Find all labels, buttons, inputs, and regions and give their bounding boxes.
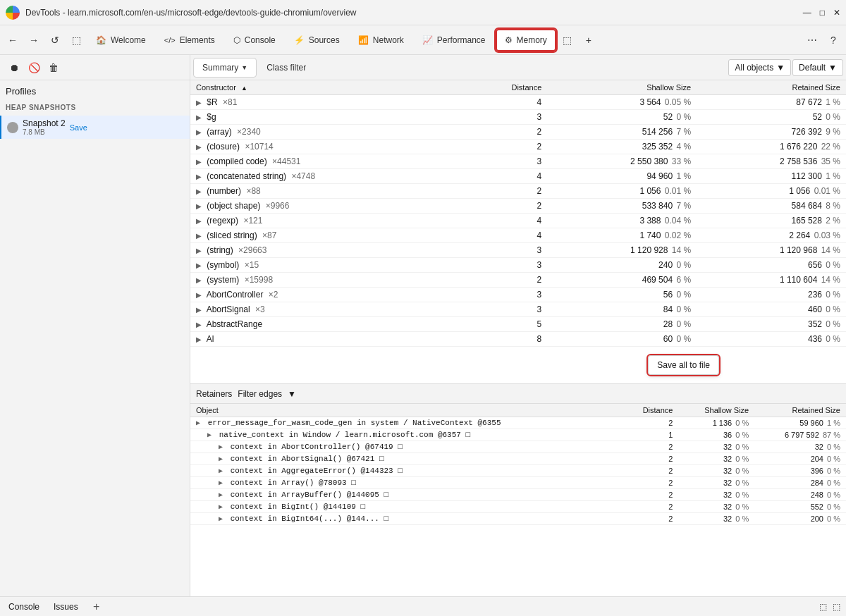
tab-network[interactable]: 📶 Network [350, 29, 412, 51]
table-row[interactable]: ▶ (string) ×29663 3 1 120 928 14 % 1 120… [190, 243, 846, 258]
save-all-tooltip[interactable]: Save all to file [648, 355, 719, 375]
help-btn[interactable]: ? [823, 30, 843, 50]
table-row[interactable]: ▶ (array) ×2340 2 514 256 7 % 726 392 9 … [190, 125, 846, 140]
cell-distance: 8 [461, 332, 547, 347]
tab-console[interactable]: ⬡ Console [225, 29, 284, 51]
tab-welcome[interactable]: 🏠 Welcome [87, 29, 154, 51]
back-btn[interactable]: ← [3, 30, 23, 50]
tab-class-filter[interactable]: Class filter [258, 58, 314, 78]
panel-layout-btn[interactable]: ⬚ [558, 30, 577, 50]
expand-arrow[interactable]: ▶ [196, 217, 202, 225]
default-dropdown[interactable]: Default ▼ [792, 59, 843, 76]
table-row[interactable]: ▶ AbstractRange 5 28 0 % 352 0 % [190, 317, 846, 332]
expand-arrow[interactable]: ▶ [196, 113, 202, 121]
col-retained-size[interactable]: Retained Size [697, 80, 846, 95]
expand-arrow[interactable]: ▶ [196, 321, 202, 328]
refresh-btn[interactable]: ↺ [45, 30, 65, 50]
status-tab-issues[interactable]: Issues [51, 602, 81, 612]
bottom-table-row[interactable]: ▶ context in AbortController() @67419 □ … [190, 441, 846, 453]
table-row[interactable]: ▶ (regexp) ×121 4 3 388 0.04 % 165 528 2… [190, 214, 846, 228]
snapshot-item[interactable]: Snapshot 2 7.8 MB Save [0, 116, 190, 139]
add-panel-btn[interactable]: + [579, 30, 599, 50]
bottom-table-row[interactable]: ▶ context in AbortSignal() @67421 □ 2 32… [190, 453, 846, 465]
dock-right-btn[interactable]: ⬚ [833, 602, 840, 612]
window-controls: — □ ✕ [803, 8, 840, 18]
cell-shallow: 3 564 0.05 % [547, 95, 697, 110]
cell-shallow: 514 256 7 % [547, 125, 697, 140]
tab-sources[interactable]: ⚡ Sources [286, 29, 348, 51]
bottom-cell-retained: 552 0 % [754, 501, 846, 513]
bottom-cell-shallow: 32 0 % [678, 513, 754, 525]
cell-shallow: 3 388 0.04 % [547, 214, 697, 228]
record-btn[interactable]: ⏺ [6, 59, 23, 76]
bottom-col-object[interactable]: Object [190, 404, 622, 417]
bottom-table-row[interactable]: ▶ context in BigInt() @144109 □ 2 32 0 %… [190, 501, 846, 513]
inspect-btn[interactable]: ⬚ [66, 30, 86, 50]
expand-arrow[interactable]: ▶ [196, 99, 202, 106]
bottom-col-distance[interactable]: Distance [622, 404, 678, 417]
tab-elements[interactable]: </> Elements [156, 29, 223, 51]
bottom-table-row[interactable]: ▶ context in AggregateError() @144323 □ … [190, 465, 846, 477]
expand-arrow[interactable]: ▶ [196, 335, 202, 343]
table-row[interactable]: ▶ (object shape) ×9966 2 533 840 7 % 584… [190, 199, 846, 214]
cell-constructor: ▶ (number) ×88 [190, 184, 461, 199]
bottom-table-row[interactable]: ▶ context in Array() @78093 □ 2 32 0 % 2… [190, 477, 846, 489]
table-row[interactable]: ▶ (number) ×88 2 1 056 0.01 % 1 056 0.01… [190, 184, 846, 199]
table-row[interactable]: ▶ $g 3 52 0 % 52 0 % [190, 110, 846, 125]
main-table-container[interactable]: Constructor ▲ Distance Shallow Size Reta… [190, 80, 846, 383]
table-row[interactable]: ▶ (system) ×15998 2 469 504 6 % 1 110 60… [190, 273, 846, 288]
bottom-cell-retained: 204 0 % [754, 453, 846, 465]
bottom-table-row[interactable]: ▶ context in ArrayBuffer() @144095 □ 2 3… [190, 489, 846, 501]
expand-arrow[interactable]: ▶ [196, 173, 202, 180]
minimize-btn[interactable]: — [803, 8, 811, 18]
table-row[interactable]: ▶ Al 8 60 0 % 436 0 % [190, 332, 846, 347]
expand-arrow[interactable]: ▶ [196, 202, 202, 210]
expand-arrow[interactable]: ▶ [196, 306, 202, 314]
tab-memory[interactable]: ⚙ Memory [496, 29, 556, 51]
table-row[interactable]: ▶ (sliced string) ×87 4 1 740 0.02 % 2 2… [190, 228, 846, 243]
bottom-col-shallow[interactable]: Shallow Size [678, 404, 754, 417]
expand-arrow[interactable]: ▶ [196, 128, 202, 136]
status-tab-console[interactable]: Console [6, 602, 42, 612]
stop-btn[interactable]: 🚫 [25, 59, 42, 76]
expand-arrow[interactable]: ▶ [196, 143, 202, 151]
bottom-table-row[interactable]: ▶ error_message_for_wasm_code_gen in sys… [190, 417, 846, 429]
expand-arrow[interactable]: ▶ [196, 276, 202, 284]
expand-arrow[interactable]: ▶ [196, 187, 202, 195]
clear-btn[interactable]: 🗑 [45, 59, 62, 76]
table-row[interactable]: ▶ AbortController ×2 3 56 0 % 236 0 % [190, 288, 846, 302]
expand-arrow[interactable]: ▶ [196, 291, 202, 299]
count-badge: ×10714 [245, 142, 273, 152]
bottom-table-row[interactable]: ▶ context in BigInt64(...) @144... □ 2 3… [190, 513, 846, 525]
col-shallow-size[interactable]: Shallow Size [547, 80, 697, 95]
tab-performance[interactable]: 📈 Performance [414, 29, 494, 51]
cell-retained: 236 0 % [697, 288, 846, 302]
table-row[interactable]: ▶ $R ×81 4 3 564 0.05 % 87 672 1 % [190, 95, 846, 110]
add-panel-status-btn[interactable]: + [90, 600, 104, 614]
bottom-table-row[interactable]: ▶ native_context in Window / learn.micro… [190, 429, 846, 441]
more-options-btn[interactable]: ⋯ [802, 30, 822, 50]
table-row[interactable]: ▶ AbortSignal ×3 3 84 0 % 460 0 % [190, 302, 846, 317]
objects-filter-dropdown[interactable]: All objects ▼ [728, 59, 791, 76]
bottom-cell-distance: 2 [622, 477, 678, 489]
table-row[interactable]: ▶ (closure) ×10714 2 325 352 4 % 1 676 2… [190, 140, 846, 154]
cell-constructor: ▶ AbstractRange [190, 317, 461, 332]
table-row[interactable]: ▶ (symbol) ×15 3 240 0 % 656 0 % [190, 258, 846, 273]
maximize-btn[interactable]: □ [820, 8, 825, 18]
table-row[interactable]: ▶ (compiled code) ×44531 3 2 550 380 33 … [190, 154, 846, 169]
table-row[interactable]: ▶ (concatenated string) ×4748 4 94 960 1… [190, 169, 846, 184]
dock-bottom-btn[interactable]: ⬚ [819, 602, 827, 612]
expand-arrow[interactable]: ▶ [196, 247, 202, 254]
col-distance[interactable]: Distance [461, 80, 547, 95]
close-btn[interactable]: ✕ [833, 8, 840, 18]
bottom-table-container[interactable]: Object Distance Shallow Size Retained Si… [190, 404, 846, 567]
expand-arrow[interactable]: ▶ [196, 261, 202, 269]
expand-arrow[interactable]: ▶ [196, 158, 202, 166]
col-constructor[interactable]: Constructor ▲ [190, 80, 461, 95]
expand-arrow[interactable]: ▶ [196, 232, 202, 240]
snapshot-save-btn[interactable]: Save [70, 123, 87, 132]
cell-shallow: 469 504 6 % [547, 273, 697, 288]
forward-btn[interactable]: → [24, 30, 44, 50]
tab-summary[interactable]: Summary ▼ [193, 58, 257, 78]
bottom-col-retained[interactable]: Retained Size [754, 404, 846, 417]
